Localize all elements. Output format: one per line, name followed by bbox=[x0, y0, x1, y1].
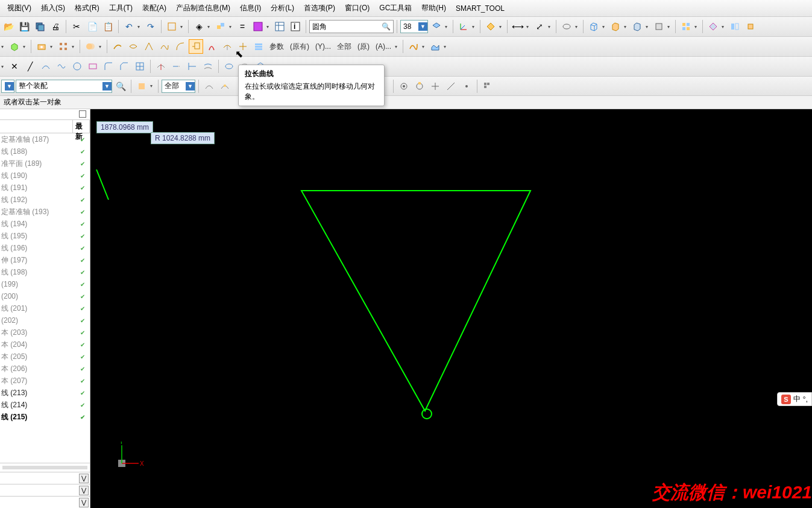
tree-item[interactable]: 本 (203)✔ bbox=[0, 326, 90, 338]
tree-item[interactable]: 线 (214)✔ bbox=[0, 399, 90, 411]
menu-analyze[interactable]: 分析(L) bbox=[266, 1, 299, 16]
fillet-icon[interactable] bbox=[101, 59, 116, 74]
menu-prefs[interactable]: 首选项(P) bbox=[299, 1, 340, 16]
menu-tools[interactable]: 工具(T) bbox=[104, 1, 137, 16]
curve-3-icon[interactable] bbox=[142, 39, 156, 54]
save-all-icon[interactable] bbox=[33, 19, 47, 34]
extrude-icon[interactable] bbox=[7, 39, 22, 54]
menu-gc-toolbox[interactable]: GC工具箱 bbox=[374, 1, 417, 16]
copy-icon[interactable]: 📄 bbox=[85, 19, 99, 34]
cube-wireframe-icon[interactable] bbox=[587, 19, 601, 34]
layers-icon[interactable] bbox=[429, 19, 444, 34]
info-icon[interactable]: i bbox=[288, 19, 303, 34]
grid-icon[interactable] bbox=[679, 19, 693, 34]
sel-tangent-icon[interactable] bbox=[218, 79, 232, 94]
tree-item[interactable]: 线 (194)✔ bbox=[0, 218, 90, 230]
params-label[interactable]: 参数 bbox=[267, 42, 286, 52]
trim-body-icon[interactable] bbox=[706, 19, 720, 34]
cut-icon[interactable]: ✂ bbox=[69, 19, 84, 34]
paste-icon[interactable]: 📋 bbox=[101, 19, 115, 34]
expression-icon[interactable] bbox=[251, 19, 265, 34]
graphics-canvas[interactable]: 1878.0968 mm R 1024.8288 mm X Y 交流微信：wei… bbox=[90, 109, 812, 508]
dim-h-icon[interactable]: ⟷ bbox=[511, 19, 525, 34]
sketch-icon[interactable] bbox=[165, 19, 179, 34]
menu-window[interactable]: 窗口(O) bbox=[340, 1, 374, 16]
snap-quad-icon[interactable] bbox=[412, 79, 427, 94]
tree-item[interactable]: 线 (201)✔ bbox=[0, 302, 90, 314]
y-label[interactable]: (Y)... bbox=[313, 42, 333, 51]
offset-icon[interactable] bbox=[201, 59, 215, 74]
sel-curve-icon[interactable] bbox=[202, 79, 216, 94]
tree-list[interactable]: 定基准轴 (187)✔线 (188)✔准平面 (189)✔线 (190)✔线 (… bbox=[0, 133, 90, 463]
tree-item[interactable]: 伸 (197)✔ bbox=[0, 254, 90, 266]
tree-item[interactable]: 线 (190)✔ bbox=[0, 170, 90, 182]
spreadsheet-icon[interactable] bbox=[272, 19, 287, 34]
undo-icon[interactable]: ↶ bbox=[122, 19, 136, 34]
all-label[interactable]: 全部 bbox=[335, 42, 354, 52]
snap-point-icon[interactable] bbox=[459, 79, 474, 94]
menu-view[interactable]: 视图(V) bbox=[2, 1, 36, 16]
pattern-icon[interactable] bbox=[56, 39, 71, 54]
tree-item[interactable]: 本 (206)✔ bbox=[0, 363, 90, 375]
tree-item[interactable]: 线 (195)✔ bbox=[0, 230, 90, 242]
tree-item[interactable]: 线 (196)✔ bbox=[0, 242, 90, 254]
orient-icon[interactable] bbox=[483, 19, 498, 34]
menu-assembly[interactable]: 装配(A) bbox=[137, 1, 171, 16]
snap-center-icon[interactable] bbox=[397, 79, 411, 94]
face-icon[interactable] bbox=[652, 19, 666, 34]
hole-icon[interactable] bbox=[34, 39, 49, 54]
tree-item[interactable]: (199)✔ bbox=[0, 278, 90, 290]
scope-combo[interactable]: 整个装配▼ bbox=[16, 80, 112, 93]
redo-icon[interactable]: ↷ bbox=[143, 19, 158, 34]
select-1-icon[interactable] bbox=[134, 79, 149, 94]
stretch-curve-icon[interactable] bbox=[189, 39, 203, 54]
circle-icon[interactable] bbox=[70, 59, 84, 74]
tree-dropdown-3[interactable]: ⋁ bbox=[79, 498, 89, 507]
orig-label[interactable]: (原) bbox=[355, 42, 372, 52]
corner-icon[interactable] bbox=[185, 59, 200, 74]
curve-4-icon[interactable] bbox=[157, 39, 172, 54]
line-icon[interactable]: ╱ bbox=[23, 59, 37, 74]
datum-icon[interactable]: ◈ bbox=[192, 19, 206, 34]
find-icon[interactable]: 🔍 bbox=[113, 79, 128, 94]
tree-item[interactable]: 线 (188)✔ bbox=[0, 145, 90, 157]
tree-item[interactable]: 本 (207)✔ bbox=[0, 375, 90, 387]
tree-item[interactable]: 线 (191)✔ bbox=[0, 182, 90, 194]
tree-dropdown-2[interactable]: ⋁ bbox=[79, 486, 89, 495]
tree-item[interactable]: 线 (213)✔ bbox=[0, 387, 90, 399]
ime-indicator[interactable]: S 中 °, bbox=[777, 392, 812, 406]
rect-icon[interactable] bbox=[86, 59, 100, 74]
menu-smart-tool[interactable]: SMART_TOOL bbox=[451, 2, 509, 15]
tree-item[interactable]: 线 (192)✔ bbox=[0, 194, 90, 206]
equals-icon[interactable]: = bbox=[235, 19, 250, 34]
tree-item[interactable]: (200)✔ bbox=[0, 290, 90, 302]
menu-insert[interactable]: 插入(S) bbox=[36, 1, 70, 16]
snap-line-icon[interactable] bbox=[444, 79, 458, 94]
grid-snap-icon[interactable] bbox=[133, 59, 147, 74]
open-icon[interactable]: 📂 bbox=[1, 19, 16, 34]
tree-item[interactable]: 线 (198)✔ bbox=[0, 266, 90, 278]
tree-item[interactable]: 准平面 (189)✔ bbox=[0, 157, 90, 170]
feature-combo[interactable]: 圆角 🔍 bbox=[309, 20, 394, 33]
arc-icon[interactable] bbox=[39, 59, 53, 74]
filter-type[interactable]: ▼ bbox=[1, 80, 14, 93]
tree-item[interactable]: 本 (205)✔ bbox=[0, 351, 90, 363]
curve-5-icon[interactable] bbox=[173, 39, 187, 54]
curve-icon[interactable] bbox=[54, 59, 69, 74]
existing-label[interactable]: (原有) bbox=[288, 42, 312, 52]
unite-icon[interactable] bbox=[83, 39, 98, 54]
menu-pmi[interactable]: 产品制造信息(M) bbox=[171, 1, 235, 16]
surface-icon[interactable] bbox=[428, 39, 442, 54]
cube-shaded-icon[interactable] bbox=[608, 19, 623, 34]
curve-1-icon[interactable] bbox=[110, 39, 125, 54]
tree-item[interactable]: (202)✔ bbox=[0, 314, 90, 326]
scale-body-icon[interactable] bbox=[743, 19, 758, 34]
grid-display-icon[interactable] bbox=[480, 79, 495, 94]
dim-icon[interactable]: ⤢ bbox=[532, 19, 547, 34]
curve-2-icon[interactable] bbox=[126, 39, 140, 54]
a-label[interactable]: (A)... bbox=[373, 42, 394, 51]
tree-dropdown-1[interactable]: ⋁ bbox=[79, 474, 89, 483]
mode-combo[interactable]: 全部▼ bbox=[162, 80, 195, 93]
menu-format[interactable]: 格式(R) bbox=[70, 1, 104, 16]
point-icon[interactable]: ✕ bbox=[7, 59, 22, 74]
